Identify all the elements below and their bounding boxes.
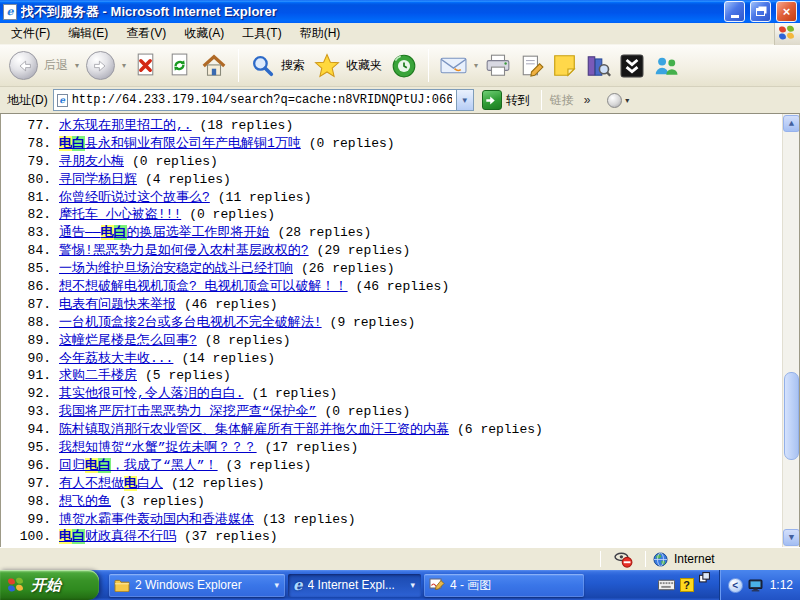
item-number: 87. bbox=[3, 296, 51, 314]
topic-link[interactable]: 电白县永和铜业有限公司年产电解铜1万吨 bbox=[59, 135, 301, 153]
mail-button[interactable] bbox=[437, 54, 470, 77]
topic-link[interactable]: 我国将严厉打击黑恶势力 深挖严查“保护伞” bbox=[59, 403, 316, 421]
minimize-button[interactable] bbox=[724, 1, 745, 22]
topic-link[interactable]: 寻朋友小梅 bbox=[59, 153, 124, 171]
title-segment: 陈村镇取消那行农业管区、集体解雇所有干部并拖欠血汗工资的内幕 bbox=[59, 422, 449, 437]
menu-item[interactable]: 查看(V) bbox=[117, 22, 175, 45]
start-button[interactable]: 开始 bbox=[0, 570, 99, 600]
edit-button[interactable] bbox=[517, 52, 547, 80]
back-label: 后退 bbox=[44, 57, 68, 74]
list-item: 85.一场为维护旦场治安稳定的战斗已经打响(26 replies) bbox=[3, 260, 775, 278]
hide-icons-chevron-button[interactable]: < bbox=[728, 578, 743, 593]
topic-link[interactable]: 想不想破解电视机顶盒? 电视机顶盒可以破解！！ bbox=[59, 278, 348, 296]
windows-flag-icon bbox=[779, 25, 796, 41]
windows-logo-box bbox=[774, 23, 800, 45]
taskbar-button[interactable]: 4 - 画图 bbox=[424, 574, 584, 597]
scroll-down-button[interactable]: ▼ bbox=[783, 529, 800, 546]
scrollbar-thumb[interactable] bbox=[784, 372, 799, 460]
close-button[interactable]: × bbox=[776, 1, 797, 22]
links-label[interactable]: 链接 bbox=[550, 92, 574, 109]
topic-link[interactable]: 有人不想做电白人 bbox=[59, 475, 163, 493]
taskbar-button[interactable]: 2 Windows Explorer▾ bbox=[109, 574, 285, 597]
stop-button[interactable] bbox=[130, 50, 161, 81]
topic-link[interactable]: 水东现在那里招工的,. bbox=[59, 117, 192, 135]
language-keyboard-icon[interactable] bbox=[658, 579, 675, 591]
address-separator bbox=[541, 90, 542, 110]
start-windows-flag-icon bbox=[8, 577, 25, 593]
address-input[interactable] bbox=[71, 91, 453, 109]
back-dropdown-icon[interactable]: ▾ bbox=[75, 61, 79, 70]
links-overflow-icon[interactable]: » bbox=[584, 93, 590, 107]
home-button[interactable] bbox=[198, 51, 230, 81]
title-segment: 想飞的鱼 bbox=[59, 494, 111, 509]
taskbar-clock[interactable]: 1:12 bbox=[770, 578, 793, 592]
list-item: 78.电白县永和铜业有限公司年产电解铜1万吨(0 replies) bbox=[3, 135, 775, 153]
reply-count: (17 replies) bbox=[265, 439, 359, 457]
topic-link[interactable]: 回归电白，我成了“黑人”！ bbox=[59, 457, 218, 475]
menu-item[interactable]: 帮助(H) bbox=[291, 22, 350, 45]
taskbar-button[interactable]: e4 Internet Expl...▾ bbox=[288, 574, 421, 597]
topic-link[interactable]: 博贺水霸事件轰动国内和香港媒体 bbox=[59, 511, 254, 529]
menu-item[interactable]: 收藏(A) bbox=[175, 22, 233, 45]
topic-link[interactable]: 寻同学杨日辉 bbox=[59, 171, 137, 189]
topic-link[interactable]: 通告——电白的换届选举工作即将开始 bbox=[59, 224, 270, 242]
topic-link[interactable]: 电白财政真得不行吗 bbox=[59, 528, 176, 546]
topic-link[interactable]: 一场为维护旦场治安稳定的战斗已经打响 bbox=[59, 260, 293, 278]
printer-icon bbox=[485, 54, 511, 77]
vertical-scrollbar[interactable]: ▲ ▼ bbox=[782, 114, 799, 547]
favorites-button[interactable]: 收藏夹 bbox=[311, 51, 385, 80]
topic-link[interactable]: 摩托车 小心被盗!!! bbox=[59, 206, 181, 224]
address-dropdown-button[interactable]: ▼ bbox=[456, 90, 473, 110]
title-segment: 求购二手楼房 bbox=[59, 368, 137, 383]
back-button[interactable]: 后退 bbox=[6, 49, 71, 82]
topic-link[interactable]: 电表有问题快来举报 bbox=[59, 296, 176, 314]
topic-link[interactable]: 想飞的鱼 bbox=[59, 493, 111, 511]
privacy-blocked-eye-icon bbox=[614, 551, 633, 568]
topic-link[interactable]: 陈村镇取消那行农业管区、集体解雇所有干部并拖欠血汗工资的内幕 bbox=[59, 421, 449, 439]
dictionary-lookup-button[interactable] bbox=[582, 52, 614, 80]
topic-link[interactable]: 求购二手楼房 bbox=[59, 367, 137, 385]
list-item: 100.电白财政真得不行吗(37 replies) bbox=[3, 528, 775, 546]
browser-extension-button[interactable]: ▾ bbox=[607, 93, 629, 108]
item-number: 90. bbox=[3, 350, 51, 368]
topic-link[interactable]: 我想知博贺“水蟹”捉佐未啊？？？ bbox=[59, 439, 257, 457]
topic-link[interactable]: 这幢烂尾楼是怎么回事? bbox=[59, 332, 197, 350]
menu-item[interactable]: 工具(T) bbox=[233, 22, 290, 45]
print-button[interactable] bbox=[482, 52, 514, 79]
restore-button[interactable] bbox=[750, 1, 771, 22]
search-label: 搜索 bbox=[281, 57, 305, 74]
forward-dropdown-icon[interactable]: ▾ bbox=[122, 61, 126, 70]
topic-link[interactable]: 今年荔枝大丰收... bbox=[59, 350, 173, 368]
help-question-icon[interactable]: ? bbox=[680, 578, 694, 592]
title-segment: 有人不想做 bbox=[59, 476, 124, 491]
privacy-report-button[interactable] bbox=[601, 551, 645, 568]
menu-item[interactable]: 文件(F) bbox=[2, 22, 59, 45]
item-number: 89. bbox=[3, 332, 51, 350]
topic-link[interactable]: 警惕!黑恶势力是如何侵入农村基层政权的? bbox=[59, 242, 309, 260]
topic-link[interactable]: 你曾经听说过这个故事么? bbox=[59, 189, 210, 207]
item-number: 79. bbox=[3, 153, 51, 171]
language-bar-restore-icon[interactable] bbox=[699, 572, 710, 583]
topic-link[interactable]: 一台机顶盒接2台或多台电视机不完全破解法! bbox=[59, 314, 322, 332]
chevron-down-icon: ▾ bbox=[410, 580, 415, 590]
go-button[interactable]: 转到 bbox=[479, 89, 533, 111]
search-button[interactable]: 搜索 bbox=[247, 51, 308, 80]
list-item: 86.想不想破解电视机顶盒? 电视机顶盒可以破解！！(46 replies) bbox=[3, 278, 775, 296]
paint-icon bbox=[429, 577, 445, 593]
mail-dropdown-icon[interactable]: ▾ bbox=[474, 61, 478, 70]
forward-button[interactable] bbox=[83, 49, 118, 82]
refresh-button[interactable] bbox=[164, 50, 195, 81]
flashget-button[interactable] bbox=[617, 52, 647, 80]
menu-item[interactable]: 编辑(E) bbox=[59, 22, 117, 45]
network-monitor-icon[interactable] bbox=[748, 579, 763, 592]
search-icon bbox=[250, 53, 275, 78]
history-button[interactable] bbox=[388, 51, 420, 81]
sticky-note-button[interactable] bbox=[550, 52, 579, 79]
list-item: 77.水东现在那里招工的,.(18 replies) bbox=[3, 117, 775, 135]
topic-link[interactable]: 其实他很可怜,令人落泪的自白. bbox=[59, 385, 244, 403]
messenger-button[interactable] bbox=[650, 53, 683, 79]
list-item: 84.警惕!黑恶势力是如何侵入农村基层政权的?(29 replies) bbox=[3, 242, 775, 260]
item-number: 99. bbox=[3, 511, 51, 529]
scroll-up-button[interactable]: ▲ bbox=[783, 115, 800, 132]
reply-count: (46 replies) bbox=[356, 278, 450, 296]
